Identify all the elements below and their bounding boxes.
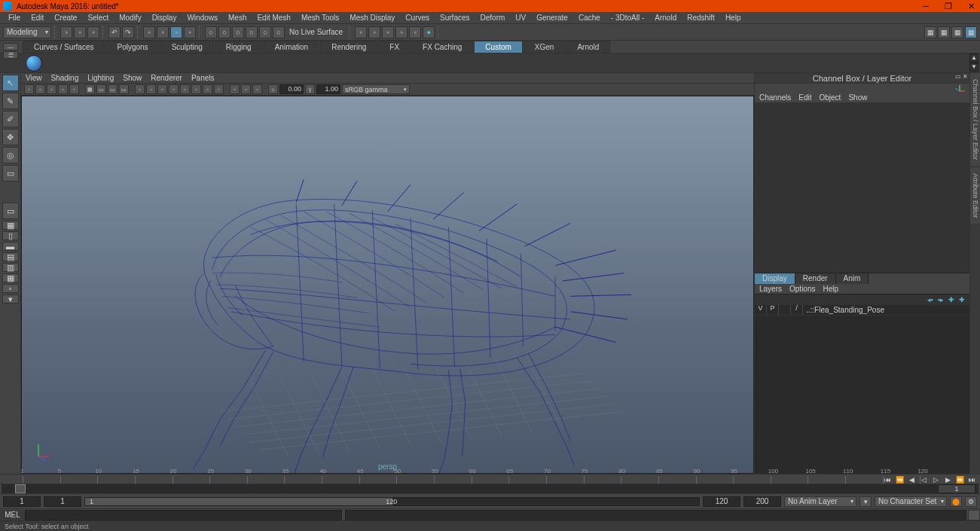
timeline-tick[interactable]: 30 bbox=[247, 476, 285, 484]
snap-grid-button[interactable]: ○ bbox=[205, 26, 217, 38]
snap-point-button[interactable]: ○ bbox=[232, 26, 244, 38]
range-thumb[interactable] bbox=[85, 498, 392, 505]
timeline-tick[interactable]: 10 bbox=[97, 476, 135, 484]
range-end-field[interactable]: 200 bbox=[743, 496, 781, 507]
go-to-start-button[interactable]: ⏮ bbox=[882, 476, 893, 484]
timeline-tick[interactable]: 55 bbox=[434, 476, 472, 484]
layout-custom[interactable]: ▫ bbox=[2, 284, 19, 293]
menu-edit[interactable]: Edit bbox=[26, 13, 49, 23]
shelf-tab-animation[interactable]: Animation bbox=[264, 41, 319, 53]
shelf-anchor-top[interactable]: — bbox=[3, 43, 18, 50]
layer-new-selected-icon[interactable]: ✚ bbox=[959, 296, 965, 304]
menu-uv[interactable]: UV bbox=[510, 13, 531, 23]
script-editor-button[interactable] bbox=[968, 510, 980, 520]
panel-grease[interactable]: ▫ bbox=[69, 84, 79, 94]
character-set-dropdown[interactable]: No Character Set bbox=[875, 496, 947, 507]
panel-select-cam[interactable]: ▫ bbox=[24, 84, 34, 94]
panel-menu-view[interactable]: View bbox=[26, 74, 42, 82]
layer-color-cell[interactable]: / bbox=[791, 305, 803, 316]
timeline-tick[interactable]: 85 bbox=[658, 476, 696, 484]
menu-curves[interactable]: Curves bbox=[400, 13, 435, 23]
sidebar-toggle-2[interactable]: ▦ bbox=[938, 26, 950, 38]
shelf-tab-arnold[interactable]: Arnold bbox=[566, 41, 610, 53]
menu-display[interactable]: Display bbox=[147, 13, 182, 23]
snap-live-button[interactable]: ○ bbox=[273, 26, 285, 38]
time-slider[interactable]: 1510152025303540455055606570758085909510… bbox=[0, 474, 980, 493]
command-input[interactable] bbox=[26, 510, 342, 520]
panel-motion-blur[interactable]: ▫ bbox=[203, 84, 212, 94]
construction-history-button[interactable]: ▫ bbox=[355, 26, 367, 38]
shelf-tab-xgen[interactable]: XGen bbox=[524, 41, 566, 53]
range-inner-start-field[interactable]: 1 bbox=[44, 496, 81, 507]
color-space-dropdown[interactable]: sRGB gamma bbox=[342, 84, 410, 94]
channel-menu-show[interactable]: Show bbox=[848, 93, 867, 102]
menu-generate[interactable]: Generate bbox=[531, 13, 573, 23]
panel-use-lights[interactable]: ▫ bbox=[169, 84, 179, 94]
layout-persp-outliner[interactable]: ▥ bbox=[2, 263, 19, 272]
menu-edit-mesh[interactable]: Edit Mesh bbox=[252, 13, 295, 23]
panel-isolate[interactable]: ▫ bbox=[230, 84, 240, 94]
close-button[interactable]: ✕ bbox=[965, 2, 977, 11]
menu-cache[interactable]: Cache bbox=[573, 13, 606, 23]
anim-layer-options-button[interactable]: ▾ bbox=[859, 496, 872, 507]
range-start-field[interactable]: 1 bbox=[3, 496, 41, 507]
layer-new-empty-icon[interactable]: ✚ bbox=[948, 296, 954, 304]
timeline-tick[interactable]: 40 bbox=[322, 476, 359, 484]
new-scene-button[interactable]: ▫ bbox=[60, 26, 72, 38]
timeline-tick[interactable]: 45 bbox=[359, 476, 397, 484]
panel-exposure-icon[interactable]: ☼ bbox=[268, 84, 278, 94]
layer-move-down-icon[interactable]: ▪▸ bbox=[938, 296, 944, 304]
channel-menu-edit[interactable]: Edit bbox=[798, 93, 811, 102]
anim-layer-dropdown[interactable]: No Anim Layer bbox=[784, 496, 856, 507]
panel-grid[interactable]: ▦ bbox=[85, 84, 95, 94]
timeline-tick[interactable]: 35 bbox=[284, 476, 322, 484]
shelf-tab-custom[interactable]: Custom bbox=[474, 41, 522, 53]
panel-close-icon[interactable]: ✕ bbox=[963, 73, 968, 80]
layer-menu-options[interactable]: Options bbox=[789, 285, 815, 293]
layer-type-cell[interactable] bbox=[779, 305, 791, 316]
menu-surfaces[interactable]: Surfaces bbox=[435, 13, 475, 23]
layout-two-stack[interactable]: ▬ bbox=[2, 242, 19, 251]
render-settings-button[interactable]: ▫ bbox=[395, 26, 408, 38]
timeline-tick[interactable]: 1 bbox=[23, 476, 60, 484]
current-frame-field[interactable]: 1 bbox=[938, 484, 975, 493]
shelf-custom-item[interactable] bbox=[26, 55, 42, 72]
panel-image-plane[interactable]: ▫ bbox=[47, 84, 56, 94]
panel-menu-shading[interactable]: Shading bbox=[51, 74, 79, 82]
panel-gamma-icon[interactable]: γ bbox=[305, 84, 315, 94]
timeline-tick[interactable]: 80 bbox=[621, 476, 658, 484]
layer-tab-display[interactable]: Display bbox=[755, 273, 795, 284]
timeline-tick[interactable]: 110 bbox=[845, 476, 883, 484]
viewport[interactable]: persp bbox=[21, 96, 754, 474]
panel-exposure-value[interactable]: 0.00 bbox=[279, 84, 304, 94]
panel-aa[interactable]: ▫ bbox=[214, 84, 224, 94]
minimize-button[interactable]: ─ bbox=[920, 2, 932, 11]
layer-visibility-cell[interactable]: V bbox=[755, 305, 767, 316]
layout-three[interactable]: ▤ bbox=[2, 252, 19, 261]
paint-select-tool[interactable]: ✐ bbox=[2, 111, 19, 127]
save-scene-button[interactable]: ▫ bbox=[87, 26, 99, 38]
panel-bookmark[interactable]: ▫ bbox=[35, 84, 45, 94]
panel-gate-mask[interactable]: ▭ bbox=[119, 84, 129, 94]
play-back-button[interactable]: ◁ bbox=[918, 476, 929, 484]
step-forward-key-button[interactable]: ⏩ bbox=[954, 476, 965, 484]
timeline-tick[interactable]: 65 bbox=[508, 476, 546, 484]
panel-menu-show[interactable]: Show bbox=[123, 74, 142, 82]
undo-button[interactable]: ↶ bbox=[108, 26, 121, 38]
workspace-dropdown[interactable]: Modeling bbox=[3, 26, 51, 38]
select-multi-button[interactable]: ▫ bbox=[184, 26, 196, 38]
side-tab-channel-box-layer-editor[interactable]: Channel Box / Layer Editor bbox=[970, 73, 980, 167]
render-view-button[interactable]: ● bbox=[423, 26, 435, 38]
prefs-button[interactable]: ⚙ bbox=[965, 496, 977, 507]
timeline-tick[interactable]: 100 bbox=[771, 476, 808, 484]
panel-smooth-shade[interactable]: ▫ bbox=[146, 84, 156, 94]
panel-xray[interactable]: ▫ bbox=[241, 84, 251, 94]
menu-redshift[interactable]: Redshift bbox=[682, 13, 720, 23]
auto-key-button[interactable]: ⬤ bbox=[950, 496, 962, 507]
timeline-tick[interactable]: 5 bbox=[60, 476, 98, 484]
menu-create[interactable]: Create bbox=[49, 13, 82, 23]
select-by-hierarchy-button[interactable]: ▫ bbox=[143, 26, 155, 38]
layout-more[interactable]: ▾ bbox=[2, 294, 19, 304]
shelf-tab-polygons[interactable]: Polygons bbox=[105, 41, 159, 53]
select-tool[interactable]: ↖ bbox=[2, 75, 19, 91]
